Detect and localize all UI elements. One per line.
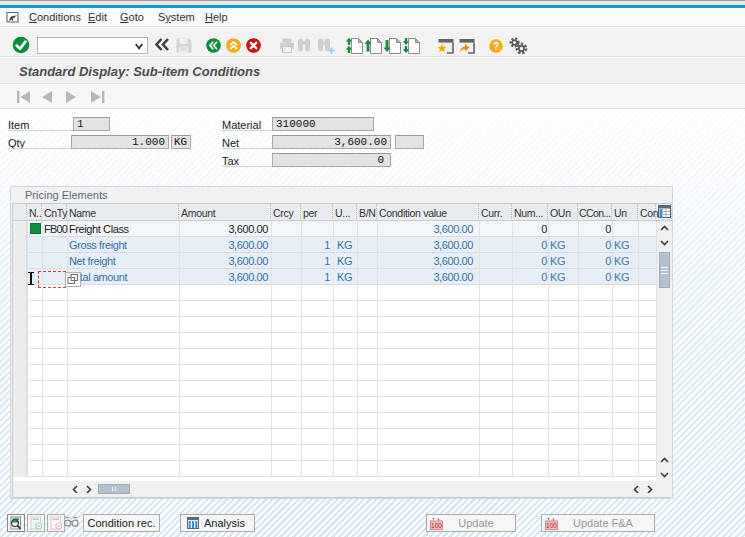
svg-text:100: 100 (431, 522, 442, 529)
svg-text:100: 100 (546, 522, 557, 529)
svg-text:?: ? (493, 41, 499, 52)
